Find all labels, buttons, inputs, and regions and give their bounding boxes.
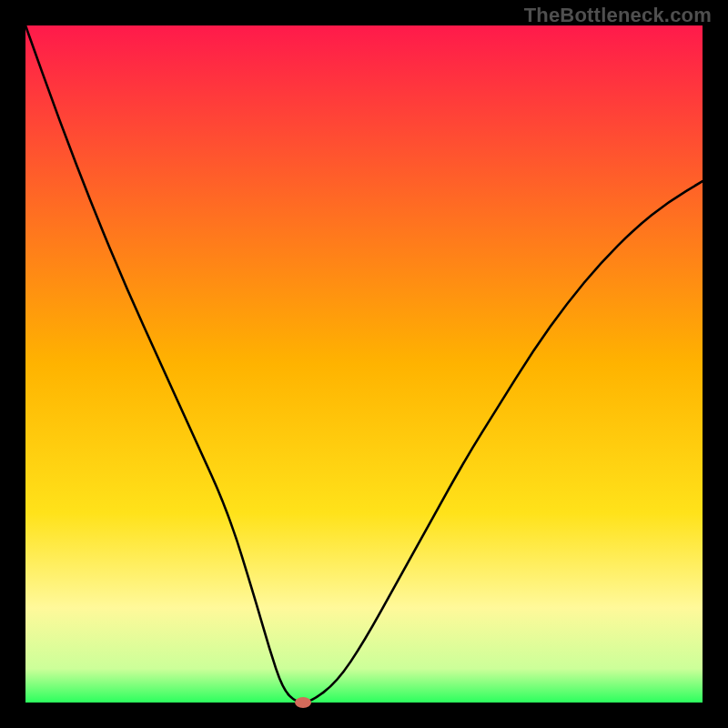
plot-background — [25, 25, 703, 703]
bottleneck-chart — [0, 0, 728, 728]
chart-frame: { "watermark": "TheBottleneck.com", "cha… — [0, 0, 728, 728]
optimal-point-marker — [295, 697, 311, 708]
